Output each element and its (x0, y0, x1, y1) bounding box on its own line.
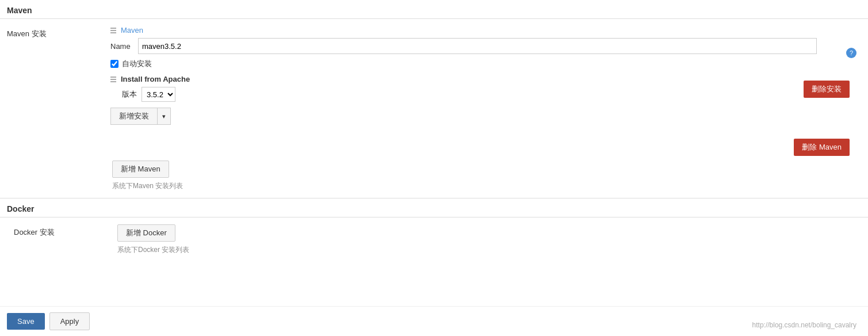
watermark: http://blog.csdn.net/boling_cavalry (752, 321, 856, 329)
add-maven-button[interactable]: 新增 Maven (112, 161, 169, 178)
maven-title-text: Maven (121, 26, 143, 35)
auto-install-label: 自动安装 (122, 59, 152, 69)
delete-maven-row: 删除 Maven (7, 133, 861, 156)
add-docker-button[interactable]: 新增 Docker (117, 224, 175, 242)
install-from-apache: Install from Apache 版本 3.5.2 3.5.1 3.5.0… (110, 75, 861, 102)
docker-install-label: Docker 安装 (14, 224, 117, 238)
name-input[interactable] (138, 38, 817, 54)
maven-section-body: Maven 安装 Maven Name 自动安装 (0, 19, 868, 198)
auto-install-row: 自动安装 (110, 59, 861, 69)
add-install-split-btn: 新增安装 ▾ (110, 108, 171, 125)
footer-bar: Save Apply (0, 306, 868, 336)
apply-button[interactable]: Apply (49, 312, 90, 330)
docker-hint-text: 系统下Docker 安装列表 (117, 245, 854, 255)
install-from-apache-label: Install from Apache (121, 75, 190, 83)
install-from-apache-title: Install from Apache (110, 75, 861, 83)
help-icon[interactable]: ? (846, 48, 856, 58)
maven-field-content: Maven Name 自动安装 (110, 26, 861, 131)
maven-install-label: Maven 安装 (7, 26, 110, 39)
docker-field-content: 新增 Docker 系统下Docker 安装列表 (117, 224, 854, 255)
add-maven-section: 新增 Maven 系统下Maven 安装列表 (0, 156, 868, 193)
docker-section-body: Docker 安装 新增 Docker 系统下Docker 安装列表 (0, 217, 868, 262)
page-container: Maven Maven 安装 Maven Name (0, 0, 868, 336)
maven-section-header: Maven (0, 0, 868, 18)
maven-title-row: Maven (110, 26, 861, 35)
name-label: Name (110, 42, 133, 51)
drag-icon (110, 28, 116, 33)
docker-section-header: Docker (0, 198, 868, 217)
maven-hint-text: 系统下Maven 安装列表 (112, 181, 861, 191)
version-row: 版本 3.5.2 3.5.1 3.5.0 3.3.9 3.2.5 (122, 87, 861, 102)
add-install-arrow-button[interactable]: ▾ (157, 108, 171, 125)
add-install-btn-container: 新增安装 ▾ (110, 108, 861, 125)
version-select[interactable]: 3.5.2 3.5.1 3.5.0 3.3.9 3.2.5 (142, 87, 175, 102)
delete-maven-button[interactable]: 删除 Maven (794, 139, 850, 156)
version-label: 版本 (122, 89, 137, 100)
add-install-main-button[interactable]: 新增安装 (110, 108, 157, 125)
docker-install-field-row: Docker 安装 新增 Docker 系统下Docker 安装列表 (7, 222, 861, 257)
auto-install-checkbox[interactable] (110, 60, 118, 68)
drag-icon-2 (110, 77, 116, 82)
save-button[interactable]: Save (7, 313, 45, 330)
install-from-apache-section: Install from Apache 版本 3.5.2 3.5.1 3.5.0… (110, 75, 861, 102)
delete-install-button[interactable]: 删除安装 (804, 81, 850, 98)
name-row: Name (110, 38, 861, 54)
maven-install-field-row: Maven 安装 Maven Name 自动安装 (0, 24, 868, 133)
